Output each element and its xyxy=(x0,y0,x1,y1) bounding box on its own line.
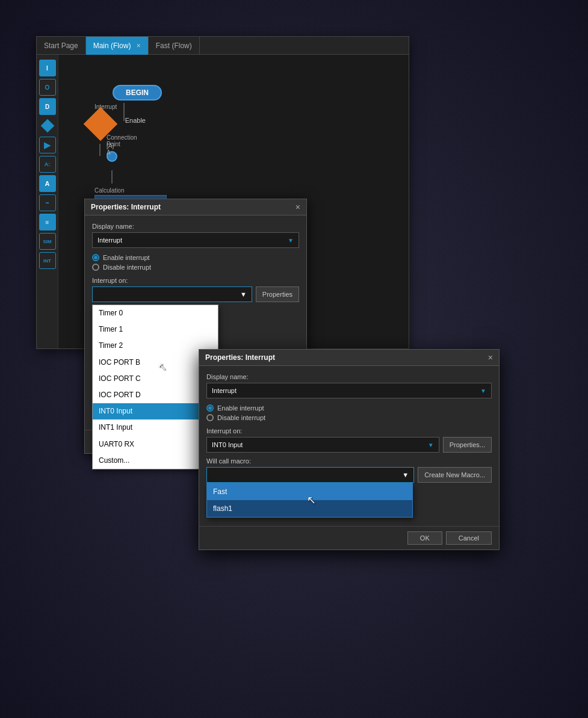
dialog-second-macro-dropdown-list: Fast flash1 xyxy=(206,483,413,518)
dialog-second-title: Properties: Interrupt xyxy=(205,353,275,362)
tab-fast-flow[interactable]: Fast (Flow) xyxy=(149,37,200,55)
dialog-second-disable-radio-icon xyxy=(206,414,214,421)
dialog-first-disable-interrupt-radio[interactable]: Disable interrupt xyxy=(92,264,299,271)
dialog-second-titlebar: Properties: Interrupt × xyxy=(199,350,499,366)
macro-dropdown-item-fast[interactable]: Fast xyxy=(207,483,412,500)
macro-dropdown-item-flash1[interactable]: flash1 xyxy=(207,500,412,517)
dialog-first-interrupt-dropdown[interactable]: ▼ xyxy=(92,286,252,302)
flow-line-3 xyxy=(111,170,113,184)
connector-point-id: [A} A xyxy=(107,143,117,156)
sidebar-icon-arrow[interactable]: ▶ xyxy=(39,137,56,153)
dialog-second-enable-interrupt-radio[interactable]: Enable interrupt xyxy=(206,404,492,412)
dialog-second-interrupt-on-input[interactable]: INT0 Input ▼ xyxy=(206,437,439,453)
dialog-second-disable-interrupt-radio[interactable]: Disable interrupt xyxy=(206,414,492,421)
interrupt-dropdown-arrow-icon: ▼ xyxy=(240,291,247,298)
ide-tabs: Start Page Main (Flow) × Fast (Flow) xyxy=(37,37,409,55)
dialog-second-interrupt-on-label: Interrupt on: xyxy=(206,427,492,435)
dialog-second-radio-group: Enable interrupt Disable interrupt xyxy=(206,404,492,421)
tab-close-icon[interactable]: × xyxy=(137,42,141,50)
dialog-second-display-name-label: Display name: xyxy=(206,373,492,380)
display-name-arrow-icon: ▼ xyxy=(288,237,294,244)
ide-sidebar: I O D ▶ A: A ━ ≡ SIM INT xyxy=(37,55,58,348)
calc-label: Calculation xyxy=(94,187,167,194)
dialog-first-display-name-label: Display name: xyxy=(92,223,299,230)
dialog-second: Properties: Interrupt × Display name: In… xyxy=(199,349,500,550)
flow-interrupt-node: Interrupt Enable xyxy=(88,112,113,136)
interrupt-on-arrow-icon: ▼ xyxy=(428,442,434,448)
sidebar-icon-o[interactable]: O xyxy=(39,79,56,96)
flow-line-1 xyxy=(123,103,125,121)
page-background: Start Page Main (Flow) × Fast (Flow) I O… xyxy=(0,0,588,718)
flow-connector-point: Connection Point [A} A xyxy=(107,151,117,162)
flow-line-2 xyxy=(99,144,101,156)
dialog-first-interrupt-on-label: Interrupt on: xyxy=(92,277,299,284)
sidebar-icon-box[interactable]: ━ xyxy=(39,194,56,211)
dialog-first-close-icon[interactable]: × xyxy=(296,203,300,211)
dialog-second-display-name-select[interactable]: Interrupt ▼ xyxy=(206,383,492,398)
dialog-second-cancel-btn[interactable]: Cancel xyxy=(446,531,492,545)
dialog-second-enable-radio-icon xyxy=(206,404,214,412)
dialog-first-display-name-select[interactable]: Interrupt ▼ xyxy=(92,232,299,248)
dialog-first-enable-interrupt-radio[interactable]: Enable interrupt xyxy=(92,254,299,261)
flow-begin-node: BEGIN xyxy=(113,85,162,101)
enable-interrupt-radio-icon xyxy=(92,254,99,261)
sidebar-icon-d[interactable]: D xyxy=(39,98,56,115)
dialog-first-interrupt-on-row: ▼ Properties xyxy=(92,286,299,302)
dialog-first-properties-btn[interactable]: Properties xyxy=(256,286,299,302)
dialog-second-interrupt-on-section: INT0 Input ▼ Properties... xyxy=(206,437,492,453)
tab-start-page[interactable]: Start Page xyxy=(37,37,86,55)
dialog-second-macro-dropdown[interactable]: ▼ xyxy=(206,467,414,483)
disable-interrupt-radio-icon xyxy=(92,264,99,271)
dialog-second-macro-row: ▼ Create New Macro... xyxy=(206,467,492,483)
flow-enable-label: Enable xyxy=(125,117,146,124)
dialog-first-titlebar: Properties: Interrupt × xyxy=(85,199,306,215)
sidebar-icon-sim[interactable]: SIM xyxy=(39,233,56,250)
dialog-second-body: Display name: Interrupt ▼ Enable interru… xyxy=(199,366,499,526)
dialog-second-display-name-arrow-icon: ▼ xyxy=(480,388,486,394)
dropdown-item-timer0[interactable]: Timer 0 xyxy=(93,305,218,321)
dialog-first-radio-group: Enable interrupt Disable interrupt xyxy=(92,254,299,271)
dialog-second-footer: OK Cancel xyxy=(199,526,499,549)
dialog-second-ok-btn[interactable]: OK xyxy=(407,531,442,545)
dialog-second-properties-btn[interactable]: Properties... xyxy=(443,437,492,453)
sidebar-icon-i[interactable]: I xyxy=(39,60,56,76)
dialog-first-title: Properties: Interrupt xyxy=(91,203,161,211)
sidebar-icon-diamond[interactable] xyxy=(39,117,56,134)
macro-dropdown-arrow-icon: ▼ xyxy=(402,471,409,478)
dialog-second-close-icon[interactable]: × xyxy=(488,353,493,362)
dialog-second-create-new-macro-btn[interactable]: Create New Macro... xyxy=(418,467,492,483)
dropdown-item-timer1[interactable]: Timer 1 xyxy=(93,321,218,338)
dialog-second-will-call-macro-label: Will call macro: xyxy=(206,457,492,465)
tab-main-flow[interactable]: Main (Flow) × xyxy=(86,37,149,55)
sidebar-icon-bars[interactable]: ≡ xyxy=(39,214,56,231)
sidebar-icon-a-colon[interactable]: A: xyxy=(39,156,56,173)
sidebar-icon-int[interactable]: INT xyxy=(39,252,56,269)
dialog-second-will-call-macro-section: Will call macro: ▼ Create New Macro... F… xyxy=(206,457,492,483)
sidebar-icon-a[interactable]: A xyxy=(39,175,56,192)
